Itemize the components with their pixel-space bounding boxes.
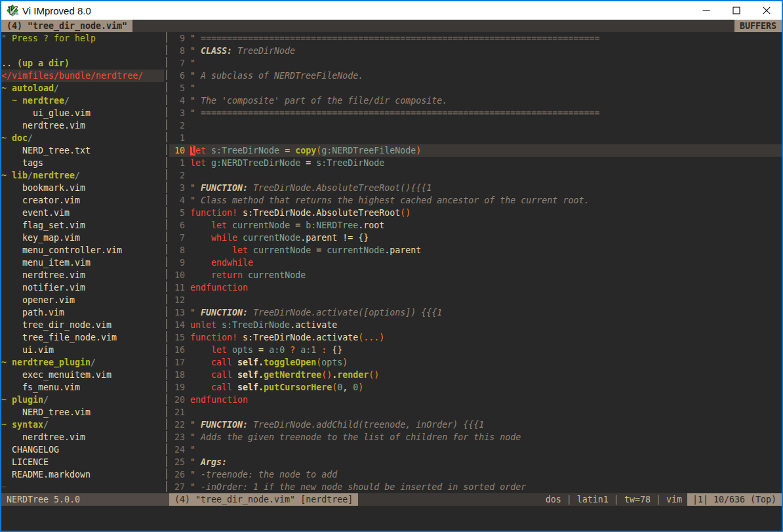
- tree-row[interactable]: </vimfiles/bundle/nerdtree/: [1, 70, 164, 82]
- tree-row[interactable]: tree_dir_node.vim: [1, 319, 164, 331]
- tree-row[interactable]: nerdtree.vim: [1, 269, 164, 281]
- code-row[interactable]: 25" Args:: [169, 456, 782, 468]
- tree-row[interactable]: key_map.vim: [1, 232, 164, 244]
- syntax-token: /: [43, 395, 49, 405]
- tree-row[interactable]: .. (up a dir): [1, 57, 164, 70]
- line-number: 24: [169, 443, 190, 456]
- syntax-token: tree_file_node.vim: [1, 333, 117, 342]
- syntax-token: unlet: [190, 320, 216, 330]
- code-row[interactable]: 19 call self.putCursorHere(0, 0): [169, 381, 782, 394]
- tree-row[interactable]: ~ syntax/: [1, 419, 164, 431]
- code-row[interactable]: 15function! s:TreeDirNode.activate(...): [169, 331, 782, 344]
- syntax-token: ui.vim: [1, 345, 54, 355]
- tree-row[interactable]: tags: [1, 157, 164, 169]
- tree-row[interactable]: NERD_tree.txt: [1, 144, 164, 157]
- code-row[interactable]: 10 return currentNode: [169, 269, 782, 281]
- syntax-token: Args:: [201, 457, 227, 467]
- code-row[interactable]: 8" CLASS: TreeDirNode: [169, 45, 782, 57]
- syntax-token: [190, 370, 211, 380]
- tree-row[interactable]: event.vim: [1, 207, 164, 219]
- code-row[interactable]: 2: [169, 119, 782, 132]
- code-row[interactable]: 6 let currentNode = b:NERDTree.root: [169, 219, 782, 232]
- tree-row[interactable]: creator.vim: [1, 194, 164, 207]
- tree-row[interactable]: flag_set.vim: [1, 219, 164, 232]
- code-row[interactable]: 7 while currentNode.parent != {}: [169, 232, 782, 244]
- code-row[interactable]: 5": [169, 82, 782, 94]
- code-row[interactable]: 17 call self.toggleOpen(opts): [169, 356, 782, 369]
- code-row[interactable]: 5function! s:TreeDirNode.AbsoluteTreeRoo…: [169, 207, 782, 219]
- code-row[interactable]: 9" =====================================…: [169, 32, 782, 45]
- status-line: NERDTree 5.0.0 (4) "tree_dir_node.vim" […: [1, 493, 782, 506]
- minimize-button[interactable]: [691, 1, 721, 20]
- syntax-token: b:NERDTree: [306, 220, 358, 230]
- code-row[interactable]: 9 endwhile: [169, 256, 782, 269]
- line-text: ~: [1, 481, 7, 493]
- code-row[interactable]: 23" Adds the given treenode to the list …: [169, 431, 782, 443]
- buffers-label[interactable]: BUFFERS: [734, 20, 782, 32]
- tree-row[interactable]: NERD_tree.vim: [1, 406, 164, 419]
- tree-row[interactable]: tree_file_node.vim: [1, 331, 164, 344]
- syntax-token: [237, 208, 243, 218]
- syntax-token: menu_item.vim: [1, 258, 90, 268]
- tree-row[interactable]: opener.vim: [1, 294, 164, 306]
- code-row[interactable]: 4" Class method that returns the highest…: [169, 194, 782, 207]
- tree-row[interactable]: ~ nerdtree/: [1, 94, 164, 107]
- code-row[interactable]: 3" =====================================…: [169, 107, 782, 119]
- syntax-token: {}: [327, 345, 342, 355]
- tree-row[interactable]: nerdtree.vim: [1, 119, 164, 132]
- code-row[interactable]: 20endfunction: [169, 394, 782, 406]
- line-number: 16: [169, 344, 190, 356]
- window-separator[interactable]: [164, 32, 169, 493]
- code-row[interactable]: 14unlet s:TreeDirNode.activate: [169, 319, 782, 331]
- tree-row[interactable]: path.vim: [1, 306, 164, 319]
- line-text: " ======================================…: [190, 32, 599, 45]
- line-text: " ======================================…: [190, 107, 599, 119]
- code-row[interactable]: 24": [169, 443, 782, 456]
- tree-row[interactable]: exec_menuitem.vim: [1, 369, 164, 381]
- maximize-button[interactable]: [721, 1, 752, 20]
- code-row[interactable]: 1: [169, 132, 782, 144]
- code-row[interactable]: 1let g:NERDTreeDirNode = s:TreeDirNode: [169, 157, 782, 169]
- code-row[interactable]: 3" FUNCTION: TreeDirNode.AbsoluteTreeRoo…: [169, 182, 782, 194]
- code-row[interactable]: 13" FUNCTION: TreeDirNode.activate([opti…: [169, 306, 782, 319]
- code-row[interactable]: 16 let opts = a:0 ? a:1 : {}: [169, 344, 782, 356]
- tree-row[interactable]: [1, 45, 164, 57]
- command-line[interactable]: [1, 506, 782, 531]
- code-row[interactable]: 18 call self.getNerdtree().render(): [169, 369, 782, 381]
- tree-row[interactable]: " Press ? for help: [1, 32, 164, 45]
- tree-row[interactable]: ~ autoload/: [1, 82, 164, 94]
- code-row[interactable]: 12: [169, 294, 782, 306]
- tree-row[interactable]: ~ lib/nerdtree/: [1, 169, 164, 182]
- line-text: ~ nerdtree/: [1, 94, 70, 107]
- tree-row[interactable]: menu_controller.vim: [1, 244, 164, 256]
- tree-row[interactable]: CHANGELOG: [1, 443, 164, 456]
- tree-row[interactable]: LICENCE: [1, 456, 164, 468]
- close-button[interactable]: [752, 1, 782, 20]
- code-row[interactable]: 7": [169, 57, 782, 70]
- code-row[interactable]: 27" -inOrder: 1 if the new node should b…: [169, 481, 782, 493]
- tab-tree-dir-node[interactable]: (4) "tree_dir_node.vim": [1, 20, 132, 32]
- code-row[interactable]: 2: [169, 169, 782, 182]
- code-row[interactable]: 21: [169, 406, 782, 419]
- tree-row[interactable]: ~ plugin/: [1, 394, 164, 406]
- code-row[interactable]: 8 let currentNode = currentNode.parent: [169, 244, 782, 256]
- tree-row[interactable]: nerdtree.vim: [1, 431, 164, 443]
- code-row[interactable]: 10let s:TreeDirNode = copy(g:NERDTreeFil…: [169, 144, 782, 157]
- syntax-token: self.: [237, 370, 264, 380]
- tree-row[interactable]: ~: [1, 481, 164, 493]
- tree-row[interactable]: fs_menu.vim: [1, 381, 164, 394]
- line-text: ": [190, 443, 195, 456]
- tree-row[interactable]: bookmark.vim: [1, 182, 164, 194]
- tree-row[interactable]: README.markdown: [1, 468, 164, 481]
- tree-row[interactable]: menu_item.vim: [1, 256, 164, 269]
- tree-row[interactable]: notifier.vim: [1, 281, 164, 294]
- code-row[interactable]: 22" FUNCTION: TreeDirNode.addChild(treen…: [169, 419, 782, 431]
- tree-row[interactable]: ~ doc/: [1, 132, 164, 144]
- tree-row[interactable]: ~ nerdtree_plugin/: [1, 356, 164, 369]
- code-row[interactable]: 11endfunction: [169, 281, 782, 294]
- tree-row[interactable]: ui.vim: [1, 344, 164, 356]
- code-row[interactable]: 26" -treenode: the node to add: [169, 468, 782, 481]
- code-row[interactable]: 6" A subclass of NERDTreeFileNode.: [169, 70, 782, 82]
- tree-row[interactable]: ui_glue.vim: [1, 107, 164, 119]
- code-row[interactable]: 4" The 'composite' part of the file/dir …: [169, 94, 782, 107]
